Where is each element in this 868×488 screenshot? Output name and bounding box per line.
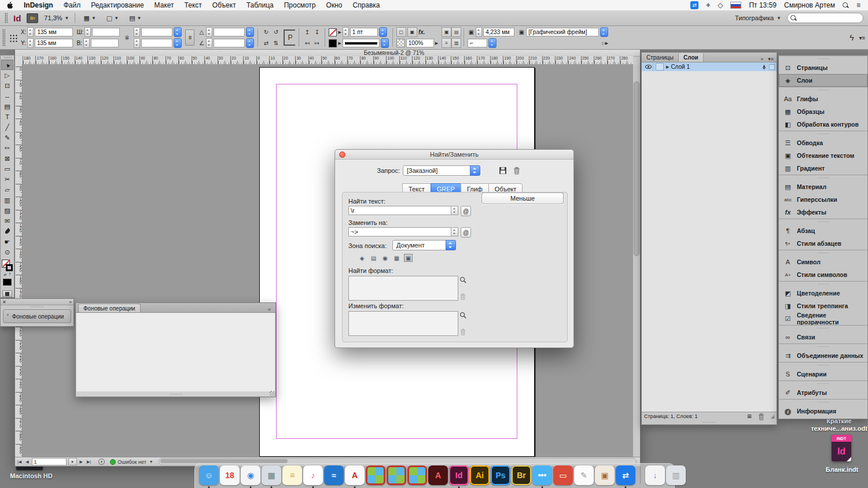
vertical-scrollbar[interactable] [632, 64, 640, 457]
page-tool[interactable]: ⊡ [1, 80, 13, 91]
input-language-flag-icon[interactable] [730, 2, 741, 9]
new-layer-button[interactable]: ⊞ [747, 413, 752, 419]
menu-item[interactable]: Просмотр [279, 0, 321, 10]
dock-windows-app-2[interactable] [387, 465, 406, 485]
constrain-proportions-button[interactable]: 8 [185, 29, 194, 46]
shear-stepper[interactable] [206, 38, 212, 48]
specify-change-format-icon[interactable] [458, 311, 468, 319]
dock-illustrator[interactable]: Ai [470, 465, 490, 485]
menu-item[interactable]: Макет [149, 0, 179, 10]
opacity-field[interactable]: 100% [406, 39, 434, 47]
find-text-stepper[interactable] [451, 206, 458, 215]
rectangle-tool[interactable]: ▭ [1, 164, 13, 174]
panel-swatches[interactable]: ▦ Образцы [779, 105, 867, 118]
page-number-field[interactable]: 1 [32, 458, 67, 465]
selection-tool[interactable]: ▲ [1, 60, 13, 70]
panel-character-styles[interactable]: A+ Стили символов [779, 268, 867, 281]
menu-item[interactable]: Файл [58, 0, 86, 10]
dock-openoffice[interactable]: ≈ [324, 465, 344, 485]
drop-shadow-button[interactable]: ▣ [407, 27, 417, 37]
select-previous-button[interactable]: ↤ [303, 38, 311, 48]
tab-layers[interactable]: Слои [679, 53, 704, 62]
target-box[interactable] [769, 64, 775, 70]
fewer-options-button[interactable]: Меньше [481, 193, 564, 204]
stroke-flyout-icon[interactable]: ▶ [338, 30, 341, 35]
page-dropdown[interactable]: ▼ [68, 458, 77, 465]
gap-tool[interactable]: ↔ [1, 91, 13, 101]
scissors-tool[interactable]: ✂ [1, 174, 13, 184]
menu-user-name[interactable]: Смирнов Артем [784, 1, 835, 9]
note-tool[interactable]: ✉ [1, 216, 13, 226]
find-text-field[interactable]: \r [348, 206, 451, 215]
bridge-button[interactable]: Br [27, 13, 38, 23]
resize-corner-icon[interactable]: ◢ [771, 414, 774, 419]
panel-character[interactable]: A Символ [779, 250, 867, 268]
include-hidden-layers-icon[interactable]: ◉ [381, 254, 389, 262]
wrap-jump-button[interactable]: ▥ [451, 38, 461, 48]
rectangle-frame-tool[interactable]: ⊠ [1, 153, 13, 164]
menu-app-name[interactable]: InDesign [19, 1, 58, 9]
include-master-pages-icon[interactable]: ▦ [392, 254, 401, 262]
background-tasks-tab[interactable]: Фоновые операции [78, 304, 141, 312]
dock-teamviewer[interactable]: ⇄ [616, 465, 635, 485]
corner-shape-dropdown[interactable]: ⌐ [468, 39, 487, 47]
cs-live-icon[interactable]: ϟ [848, 33, 855, 42]
dock-notes[interactable]: ≡ [282, 465, 302, 485]
screen-mode-normal-button[interactable] [2, 290, 12, 297]
specify-find-format-icon[interactable] [458, 276, 468, 284]
collapse-panel-icon[interactable]: « [266, 306, 273, 312]
find-special-characters-button[interactable]: @ [461, 206, 471, 216]
menu-item[interactable]: Таблица [241, 0, 279, 10]
rotate-cw-button[interactable]: ↻ [262, 27, 270, 37]
dock-messages[interactable]: ••• [532, 465, 552, 485]
scale-x-field[interactable] [141, 28, 172, 36]
dock-remote-app[interactable]: ▭ [553, 465, 573, 485]
swap-fill-stroke-icon[interactable]: ⇄ [3, 272, 6, 276]
auto-size-icon[interactable]: ※ [123, 35, 130, 41]
mini-panel-header[interactable]: ✕ » [1, 299, 73, 305]
horizontal-ruler[interactable]: 1801701601501401301201101009080706050403… [23, 56, 633, 65]
eyedropper-tool[interactable] [1, 226, 13, 236]
search-scope-dropdown[interactable]: Документ [392, 240, 456, 250]
workspace-switcher[interactable]: Типографика ▼ [735, 14, 781, 21]
panel-gradient[interactable]: ▥ Градиент [779, 162, 867, 175]
y-field[interactable]: 135 мм [35, 39, 73, 47]
stroke-style-stepper[interactable] [381, 38, 389, 48]
fill-flyout-icon[interactable]: ▶ [338, 41, 341, 46]
dock-itunes[interactable]: ♪ [303, 465, 323, 485]
next-page-button[interactable]: ▶ [79, 460, 84, 464]
arrange-documents-button[interactable]: ▤▼ [127, 14, 144, 23]
object-style-stepper[interactable] [600, 27, 608, 37]
dock-calendar[interactable]: 18 [220, 465, 240, 485]
include-locked-stories-icon[interactable]: ▤ [369, 254, 378, 262]
panel-pathfinder[interactable]: ◧ Обработка контуров [779, 118, 867, 131]
menu-item[interactable]: Объект [207, 0, 241, 10]
mini-panel-grip[interactable] [1, 305, 73, 308]
save-query-icon[interactable] [499, 167, 507, 175]
preflight-menu-icon[interactable]: ▼ [148, 460, 155, 464]
hand-tool[interactable]: ☛ [1, 236, 13, 247]
change-to-field[interactable]: ~> [348, 227, 451, 236]
panel-menu-icon[interactable]: ▾≡ [768, 56, 774, 62]
panel-separations[interactable]: ◩ Цветоделение [779, 281, 867, 300]
control-panel-menu-icon[interactable]: ▾≡ [859, 35, 866, 41]
flip-vertical-button[interactable]: ⇅ [271, 38, 280, 48]
pen-tool[interactable]: ✎ [1, 132, 13, 143]
gradient-tool[interactable]: ▥ [1, 195, 13, 205]
formatting-affects-text-icon[interactable]: T [9, 272, 11, 276]
preflight-status-text[interactable]: Ошибок нет [117, 459, 146, 465]
width-field[interactable] [92, 28, 120, 36]
crosshair-menu-icon[interactable]: + [706, 1, 710, 9]
previous-page-button[interactable]: ◀ [24, 460, 30, 464]
delete-layer-button[interactable] [757, 413, 765, 420]
layers-panel-grip[interactable] [642, 420, 777, 424]
scale-x-stepper[interactable] [134, 27, 140, 37]
layer-visibility-toggle[interactable] [643, 62, 653, 71]
panel-text-wrap[interactable]: ▣ Обтекание текстом [779, 149, 867, 162]
type-tool[interactable]: T [1, 112, 13, 122]
flip-horizontal-button[interactable]: ⇄ [262, 38, 270, 48]
last-page-button[interactable]: ▶| [86, 460, 92, 464]
dock-finder[interactable]: ☺ [199, 465, 219, 485]
first-page-button[interactable]: |◀ [16, 460, 23, 464]
disclosure-triangle-icon[interactable]: ▶ [666, 65, 669, 69]
